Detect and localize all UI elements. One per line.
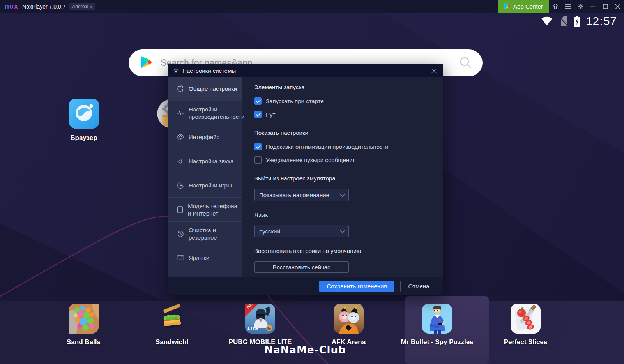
palette-icon [177, 134, 184, 141]
sidebar-item-label: Настройки игры [189, 182, 232, 189]
sidebar-item-label: Общие настройки [189, 85, 237, 92]
phone-wifi-icon [177, 206, 183, 213]
sidebar-item-performance[interactable]: Настройки производительности [168, 101, 242, 125]
settings-sidebar: Общие настройки Настройки производительн… [168, 77, 242, 277]
exit-behavior-dropdown[interactable]: Показывать напоминание [254, 189, 349, 201]
dock-app-mr-bullet[interactable]: Mr Bullet - Spy Puzzles [393, 301, 481, 364]
dialog-body: Общие настройки Настройки производительн… [168, 77, 443, 277]
gear-icon [173, 68, 179, 74]
app-center-button[interactable]: App Center [498, 0, 549, 13]
dialog-close-icon[interactable] [429, 66, 438, 75]
settings-gear-icon[interactable] [574, 0, 587, 13]
browser-app-icon [69, 99, 99, 129]
android-version-badge: Android 5 [69, 3, 95, 10]
window-titlebar: nox NoxPlayer 7.0.0.7 Android 5 App Cent… [0, 0, 624, 13]
section-title-show-settings: Показать настройки [254, 129, 443, 136]
checkbox-row-root[interactable]: Рут [254, 111, 443, 118]
theme-shirt-icon[interactable] [549, 0, 562, 13]
checkbox-row-performance-tips[interactable]: Подсказки оптимизации производительности [254, 143, 443, 150]
android-statusbar: 12:57 [541, 14, 617, 28]
section-title-language: Язык [254, 211, 443, 218]
clock: 12:57 [586, 14, 617, 28]
sidebar-item-shortcuts[interactable]: Ярлыки [168, 246, 242, 270]
history-icon [177, 230, 184, 237]
checkbox[interactable] [254, 143, 262, 150]
sidebar-item-label: Модель телефона и Интернет [188, 202, 238, 217]
puzzle-icon [177, 85, 184, 92]
pubg-mobile-lite-icon: PUBG LITE [245, 304, 275, 334]
titlebar-left: nox NoxPlayer 7.0.0.7 Android 5 [0, 2, 498, 11]
sidebar-item-interface[interactable]: Интерфейс [168, 125, 242, 149]
google-play-icon [141, 56, 152, 70]
section-title-restore-defaults: Восстановить настройки по умолчанию [254, 247, 443, 254]
language-dropdown[interactable]: русский [254, 225, 349, 237]
desktop: 12:57 [0, 13, 624, 364]
sidebar-item-phone-model[interactable]: Модель телефона и Интернет [168, 198, 242, 222]
save-changes-button[interactable]: Сохранить изменения [319, 281, 394, 292]
sidebar-item-label: Очистка и резервное [189, 226, 238, 241]
menu-icon[interactable] [562, 0, 574, 13]
checkbox[interactable] [254, 156, 262, 164]
sidebar-item-sound[interactable]: Настройка звука [168, 149, 242, 173]
dialog-footer: Сохранить изменения Отмена [168, 277, 443, 295]
section-title-startup: Элементы запуска [254, 84, 443, 90]
google-play-icon [504, 3, 510, 11]
chevron-down-icon [340, 228, 345, 233]
sand-balls-icon [69, 304, 99, 334]
dock-app-sandwich[interactable]: Sandwich! [128, 301, 216, 364]
dock-app-label: Mr Bullet - Spy Puzzles [401, 338, 473, 346]
chevron-down-icon [340, 192, 345, 197]
dock-app-label: Sand Balls [67, 338, 101, 346]
checkbox-label: Подсказки оптимизации производительности [266, 143, 389, 150]
checkbox-label: Рут [266, 111, 275, 118]
sidebar-item-game[interactable]: Настройки игры [168, 173, 242, 198]
sandwich-icon [157, 304, 187, 334]
watermark: NaNaMe-Club [247, 344, 364, 356]
dropdown-value: русский [259, 228, 280, 235]
dialog-title: Настройки системы [182, 67, 429, 74]
checkbox-row-launch-at-start[interactable]: Запускать при старте [254, 97, 443, 105]
dock-app-label: Perfect Slices [504, 338, 548, 346]
no-sim-icon [558, 16, 568, 26]
checkbox-label: Запускать при старте [266, 98, 324, 104]
checkbox[interactable] [254, 97, 262, 105]
sidebar-item-cleanup-backup[interactable]: Очистка и резервное [168, 222, 242, 246]
sidebar-item-label: Интерфейс [189, 133, 219, 141]
checkbox-label: Уведомление пузыри сообщения [266, 157, 356, 163]
keyboard-icon [177, 255, 184, 260]
dock-app-perfect-slices[interactable]: Perfect Slices [481, 301, 570, 364]
dock-app-label: Sandwich! [156, 338, 189, 346]
wifi-icon [541, 16, 553, 26]
checkbox-row-notification-bubbles[interactable]: Уведомление пузыри сообщения [254, 156, 443, 164]
maximize-button[interactable] [599, 0, 612, 13]
nox-logo: nox [5, 2, 18, 11]
close-button[interactable] [612, 0, 624, 13]
desktop-app-browser[interactable]: Браузер [54, 99, 113, 142]
sidebar-item-label: Ярлыки [189, 254, 209, 262]
battery-charging-icon [574, 16, 580, 27]
minimize-button[interactable] [587, 0, 599, 13]
checkbox[interactable] [254, 111, 262, 118]
afk-arena-icon [334, 304, 364, 334]
game-icon [177, 182, 184, 189]
settings-content: Элементы запуска Запускать при старте Ру… [242, 77, 443, 277]
sidebar-item-general[interactable]: Общие настройки [168, 77, 242, 101]
mr-bullet-icon [422, 304, 452, 334]
pulse-icon [177, 110, 184, 116]
sidebar-item-label: Настройки производительности [189, 106, 245, 120]
perfect-slices-icon [511, 304, 541, 334]
cancel-button[interactable]: Отмена [400, 281, 437, 292]
system-settings-dialog: Настройки системы Общие настройки [168, 64, 443, 295]
restore-now-button[interactable]: Восстановить сейчас [254, 261, 349, 273]
sidebar-item-label: Настройка звука [189, 157, 233, 165]
dropdown-value: Показывать напоминание [259, 192, 329, 198]
app-center-label: App Center [513, 3, 543, 10]
desktop-app-label: Браузер [70, 134, 97, 142]
dock-app-sand-balls[interactable]: Sand Balls [39, 301, 128, 364]
search-icon[interactable] [459, 56, 472, 70]
svg-text:LITE: LITE [247, 325, 258, 331]
noxplayer-window: nox NoxPlayer 7.0.0.7 Android 5 App Cent… [0, 0, 624, 364]
window-title: NoxPlayer 7.0.0.7 [22, 4, 65, 10]
section-title-exit-settings: Выйти из настроек эмулятора [254, 175, 443, 182]
titlebar-controls: App Center [498, 0, 624, 13]
